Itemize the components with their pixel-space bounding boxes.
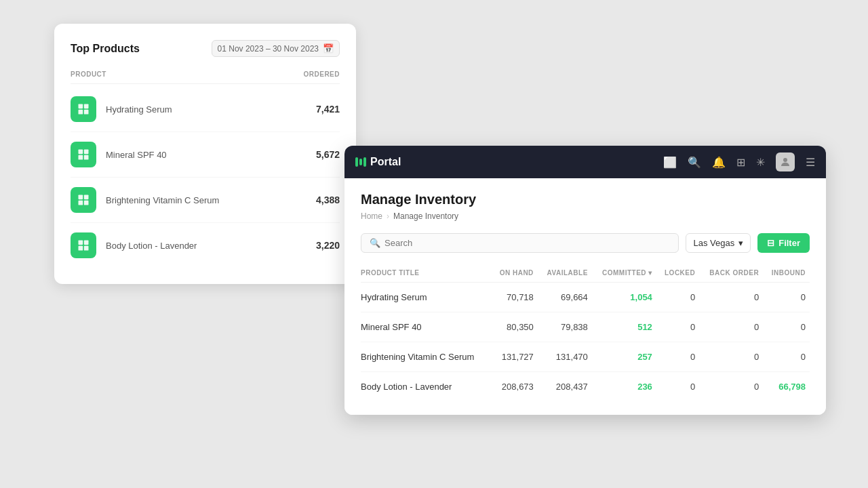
product-name: Body Lotion - Lavender [106, 241, 316, 251]
svg-rect-1 [84, 104, 89, 109]
location-text: Las Vegas [693, 238, 734, 248]
on-hand-cell: 70,718 [491, 283, 538, 312]
on-hand-cell: 80,350 [491, 312, 538, 342]
svg-rect-5 [84, 150, 89, 155]
app-name: Portal [370, 156, 401, 168]
committed-cell: 257 [592, 342, 656, 372]
svg-rect-2 [79, 110, 83, 115]
search-box[interactable]: 🔍 [361, 233, 679, 253]
date-range-text: 01 Nov 2023 – 30 Nov 2023 [218, 44, 319, 54]
bell-icon[interactable]: 🔔 [712, 156, 726, 169]
product-ordered: 5,672 [316, 149, 340, 160]
svg-rect-6 [79, 155, 83, 160]
chevron-down-icon: ▾ [738, 238, 743, 248]
product-col-header: PRODUCT [71, 70, 106, 78]
product-ordered: 4,388 [316, 195, 340, 205]
card-header: Top Products 01 Nov 2023 – 30 Nov 2023 📅 [71, 40, 340, 57]
product-row: Brightening Vitamin C Serum 4,388 [71, 178, 340, 223]
content-area: Manage Inventory Home › Manage Inventory… [344, 178, 826, 415]
product-icon [71, 187, 96, 213]
svg-rect-9 [84, 195, 89, 200]
product-name: Brightening Vitamin C Serum [106, 195, 316, 205]
breadcrumb-separator: › [387, 211, 389, 221]
product-icon [71, 96, 96, 122]
inventory-table: PRODUCT TITLE ON HAND AVAILABLE COMMITTE… [361, 264, 810, 401]
svg-rect-11 [84, 201, 89, 205]
nav-bar: Portal ⬜ 🔍 🔔 ⊞ ✳ ☰ [344, 146, 826, 178]
breadcrumb-current: Manage Inventory [393, 211, 458, 221]
locked-cell: 0 [656, 372, 699, 402]
inventory-table-body: Hydrating Serum 70,718 69,664 1,054 0 0 … [361, 283, 810, 402]
table-header-row: PRODUCT TITLE ON HAND AVAILABLE COMMITTE… [361, 264, 810, 283]
product-row: Hydrating Serum 7,421 [71, 87, 340, 132]
filter-button[interactable]: ⊟ Filter [757, 233, 810, 253]
top-products-card: Top Products 01 Nov 2023 – 30 Nov 2023 📅… [54, 24, 356, 284]
product-name: Hydrating Serum [106, 104, 316, 115]
monitor-icon[interactable]: ⬜ [663, 156, 677, 169]
back-order-cell: 0 [699, 372, 763, 402]
product-row: Body Lotion - Lavender 3,220 [71, 223, 340, 268]
calendar-icon: 📅 [323, 43, 334, 54]
inbound-cell: 0 [763, 312, 810, 342]
breadcrumb-home[interactable]: Home [361, 211, 382, 221]
logo-icon [355, 157, 366, 167]
svg-rect-7 [84, 155, 89, 160]
product-title-cell: Mineral SPF 40 [361, 312, 491, 342]
svg-rect-13 [84, 241, 89, 245]
committed-cell: 236 [592, 372, 656, 402]
product-list: Hydrating Serum 7,421 Mineral SPF 40 5,6… [71, 87, 340, 268]
committed-cell: 512 [592, 312, 656, 342]
nav-icons: ⬜ 🔍 🔔 ⊞ ✳ ☰ [663, 152, 815, 171]
on-hand-cell: 208,673 [491, 372, 538, 402]
back-order-cell: 0 [699, 342, 763, 372]
available-cell: 208,437 [538, 372, 592, 402]
th-back-order: BACK ORDER [699, 264, 763, 283]
locked-cell: 0 [656, 342, 699, 372]
svg-rect-3 [84, 110, 89, 115]
svg-rect-12 [79, 241, 83, 245]
product-title-cell: Brightening Vitamin C Serum [361, 342, 491, 372]
page-title: Manage Inventory [361, 192, 810, 207]
svg-point-16 [783, 158, 787, 162]
available-cell: 79,838 [538, 312, 592, 342]
settings-icon[interactable]: ✳ [756, 156, 765, 169]
search-input[interactable] [384, 238, 670, 248]
product-ordered: 3,220 [316, 240, 340, 251]
locked-cell: 0 [656, 312, 699, 342]
table-row: Brightening Vitamin C Serum 131,727 131,… [361, 342, 810, 372]
th-committed[interactable]: COMMITTED ▾ [592, 264, 656, 283]
date-range-selector[interactable]: 01 Nov 2023 – 30 Nov 2023 📅 [212, 40, 340, 57]
svg-rect-10 [79, 201, 83, 205]
available-cell: 131,470 [538, 342, 592, 372]
table-row: Body Lotion - Lavender 208,673 208,437 2… [361, 372, 810, 402]
breadcrumb: Home › Manage Inventory [361, 211, 810, 221]
svg-rect-14 [79, 246, 83, 251]
logo-bar-1 [355, 157, 358, 167]
available-cell: 69,664 [538, 283, 592, 312]
product-title-cell: Hydrating Serum [361, 283, 491, 312]
th-on-hand: ON HAND [491, 264, 538, 283]
locked-cell: 0 [656, 283, 699, 312]
product-row: Mineral SPF 40 5,672 [71, 132, 340, 178]
logo-bar-2 [359, 159, 362, 165]
product-icon [71, 232, 96, 258]
product-ordered: 7,421 [316, 104, 340, 115]
svg-rect-4 [79, 150, 83, 155]
table-row: Mineral SPF 40 80,350 79,838 512 0 0 0 [361, 312, 810, 342]
th-locked: LOCKED [656, 264, 699, 283]
svg-rect-8 [79, 195, 83, 200]
back-order-cell: 0 [699, 283, 763, 312]
th-product-title: PRODUCT TITLE [361, 264, 491, 283]
svg-rect-15 [84, 246, 89, 251]
search-icon: 🔍 [370, 238, 380, 248]
grid-icon[interactable]: ⊞ [736, 156, 745, 169]
search-nav-icon[interactable]: 🔍 [688, 156, 701, 169]
svg-rect-0 [79, 104, 83, 109]
committed-cell: 1,054 [592, 283, 656, 312]
menu-icon[interactable]: ☰ [806, 156, 815, 169]
back-order-cell: 0 [699, 312, 763, 342]
location-dropdown[interactable]: Las Vegas ▾ [686, 233, 751, 253]
card-title: Top Products [71, 43, 140, 55]
user-avatar[interactable] [776, 152, 795, 171]
inbound-cell: 0 [763, 283, 810, 312]
